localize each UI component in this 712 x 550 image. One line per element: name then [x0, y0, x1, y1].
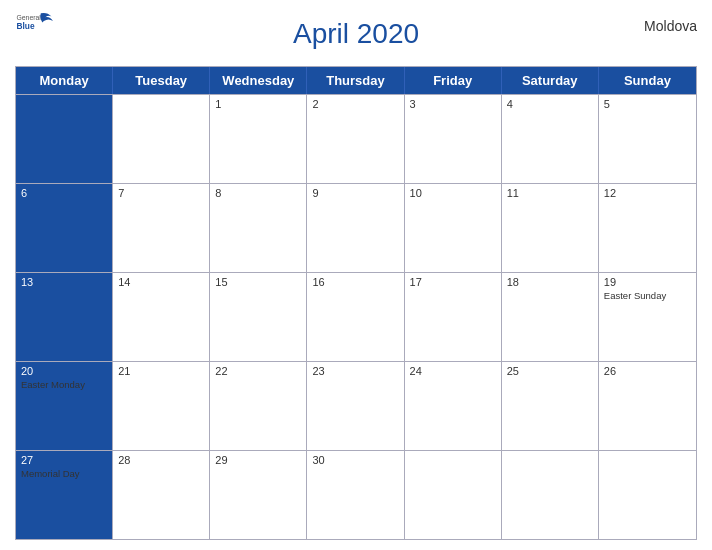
- page-title: April 2020: [293, 18, 419, 50]
- calendar-cell-r4c5: 24: [405, 362, 502, 450]
- calendar-page: General Blue April 2020 Moldova Monday T…: [0, 0, 712, 550]
- calendar-cell-r2c5: 10: [405, 184, 502, 272]
- calendar-cell-r1c2: [113, 95, 210, 183]
- day-number: 25: [507, 365, 593, 377]
- calendar-cell-r2c2: 7: [113, 184, 210, 272]
- header-thursday: Thursday: [307, 67, 404, 94]
- calendar-cell-r1c3: 1: [210, 95, 307, 183]
- calendar-cell-r1c5: 3: [405, 95, 502, 183]
- calendar-cell-r4c7: 26: [599, 362, 696, 450]
- day-number: 21: [118, 365, 204, 377]
- calendar-row-2: 6789101112: [16, 183, 696, 272]
- calendar-cell-r3c6: 18: [502, 273, 599, 361]
- calendar-cell-r3c4: 16: [307, 273, 404, 361]
- day-number: 5: [604, 98, 691, 110]
- calendar-cell-r5c6: [502, 451, 599, 539]
- header-saturday: Saturday: [502, 67, 599, 94]
- calendar-cell-r3c7: 19Easter Sunday: [599, 273, 696, 361]
- day-number: 12: [604, 187, 691, 199]
- calendar-cell-r5c3: 29: [210, 451, 307, 539]
- calendar-cell-r4c6: 25: [502, 362, 599, 450]
- day-number: 14: [118, 276, 204, 288]
- calendar-cell-r2c7: 12: [599, 184, 696, 272]
- calendar-grid: Monday Tuesday Wednesday Thursday Friday…: [15, 66, 697, 540]
- calendar-cell-r2c4: 9: [307, 184, 404, 272]
- day-number: 9: [312, 187, 398, 199]
- header-sunday: Sunday: [599, 67, 696, 94]
- calendar-row-5: 27Memorial Day282930: [16, 450, 696, 539]
- day-number: 29: [215, 454, 301, 466]
- day-number: 13: [21, 276, 107, 288]
- calendar-cell-r5c1: 27Memorial Day: [16, 451, 113, 539]
- calendar-cell-r5c2: 28: [113, 451, 210, 539]
- calendar-cell-r1c7: 5: [599, 95, 696, 183]
- calendar-cell-r3c2: 14: [113, 273, 210, 361]
- calendar-cell-r1c6: 4: [502, 95, 599, 183]
- day-number: 2: [312, 98, 398, 110]
- event-label: Memorial Day: [21, 468, 107, 479]
- calendar-body: 12345678910111213141516171819Easter Sund…: [16, 94, 696, 539]
- calendar-cell-r2c1: 6: [16, 184, 113, 272]
- page-header: General Blue April 2020 Moldova: [15, 10, 697, 58]
- calendar-cell-r3c5: 17: [405, 273, 502, 361]
- calendar-weekday-header: Monday Tuesday Wednesday Thursday Friday…: [16, 67, 696, 94]
- day-number: 22: [215, 365, 301, 377]
- calendar-cell-r4c3: 22: [210, 362, 307, 450]
- calendar-cell-r2c6: 11: [502, 184, 599, 272]
- calendar-cell-r5c5: [405, 451, 502, 539]
- calendar-row-3: 13141516171819Easter Sunday: [16, 272, 696, 361]
- day-number: 23: [312, 365, 398, 377]
- header-wednesday: Wednesday: [210, 67, 307, 94]
- calendar-cell-r1c4: 2: [307, 95, 404, 183]
- day-number: 19: [604, 276, 691, 288]
- day-number: 11: [507, 187, 593, 199]
- day-number: 30: [312, 454, 398, 466]
- day-number: 27: [21, 454, 107, 466]
- header-friday: Friday: [405, 67, 502, 94]
- day-number: 18: [507, 276, 593, 288]
- day-number: 1: [215, 98, 301, 110]
- calendar-cell-r5c4: 30: [307, 451, 404, 539]
- day-number: 20: [21, 365, 107, 377]
- svg-text:Blue: Blue: [17, 21, 35, 31]
- calendar-cell-r3c1: 13: [16, 273, 113, 361]
- calendar-cell-r3c3: 15: [210, 273, 307, 361]
- day-number: 6: [21, 187, 107, 199]
- day-number: 26: [604, 365, 691, 377]
- day-number: 16: [312, 276, 398, 288]
- header-monday: Monday: [16, 67, 113, 94]
- logo-icon: General Blue: [15, 10, 53, 38]
- day-number: 28: [118, 454, 204, 466]
- header-tuesday: Tuesday: [113, 67, 210, 94]
- calendar-cell-r1c1: [16, 95, 113, 183]
- day-number: 10: [410, 187, 496, 199]
- day-number: 15: [215, 276, 301, 288]
- calendar-cell-r4c2: 21: [113, 362, 210, 450]
- event-label: Easter Sunday: [604, 290, 691, 301]
- day-number: 8: [215, 187, 301, 199]
- day-number: 24: [410, 365, 496, 377]
- country-label: Moldova: [644, 18, 697, 34]
- calendar-cell-r4c1: 20Easter Monday: [16, 362, 113, 450]
- calendar-cell-r5c7: [599, 451, 696, 539]
- calendar-cell-r4c4: 23: [307, 362, 404, 450]
- calendar-cell-r2c3: 8: [210, 184, 307, 272]
- day-number: 17: [410, 276, 496, 288]
- calendar-row-4: 20Easter Monday212223242526: [16, 361, 696, 450]
- day-number: 4: [507, 98, 593, 110]
- day-number: 7: [118, 187, 204, 199]
- calendar-row-1: 12345: [16, 94, 696, 183]
- day-number: 3: [410, 98, 496, 110]
- event-label: Easter Monday: [21, 379, 107, 390]
- logo: General Blue: [15, 10, 53, 38]
